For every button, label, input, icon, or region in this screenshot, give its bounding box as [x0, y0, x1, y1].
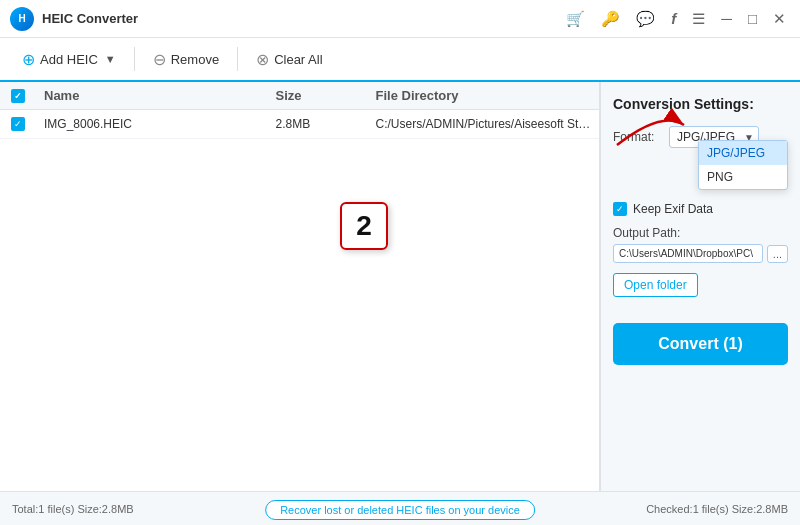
- format-label: Format:: [613, 130, 661, 144]
- row-check[interactable]: ✓: [0, 117, 36, 131]
- key-icon[interactable]: 🔑: [597, 8, 624, 30]
- settings-panel: Conversion Settings: Format: JPG/JPEG PN…: [600, 82, 800, 491]
- name-header: Name: [36, 88, 268, 103]
- open-folder-button[interactable]: Open folder: [613, 273, 698, 297]
- directory-header: File Directory: [368, 88, 600, 103]
- row-checkbox[interactable]: ✓: [11, 117, 25, 131]
- toolbar-divider: [134, 47, 135, 71]
- menu-icon[interactable]: ☰: [688, 8, 709, 30]
- clear-icon: ⊗: [256, 50, 269, 69]
- table-body: ✓ IMG_8006.HEIC 2.8MB C:/Users/ADMIN/Pic…: [0, 110, 599, 491]
- title-bar-controls: 🛒 🔑 💬 f ☰ ─ □ ✕: [562, 8, 790, 30]
- main-area: ✓ Name Size File Directory ✓ IMG_8006.HE…: [0, 82, 800, 491]
- file-name: IMG_8006.HEIC: [36, 117, 268, 131]
- output-path-row: Output Path: C:\Users\ADMIN\Dropbox\PC\ …: [613, 226, 788, 263]
- cart-icon[interactable]: 🛒: [562, 8, 589, 30]
- file-directory: C:/Users/ADMIN/Pictures/Aiseesoft Studio…: [368, 117, 600, 131]
- clear-all-button[interactable]: ⊗ Clear All: [246, 45, 332, 74]
- step-badge: 2: [340, 202, 388, 250]
- keep-exif-row: ✓ Keep Exif Data: [613, 202, 788, 216]
- app-logo: H: [10, 7, 34, 31]
- toolbar-divider-2: [237, 47, 238, 71]
- recover-link[interactable]: Recover lost or deleted HEIC files on yo…: [265, 500, 535, 520]
- dropdown-option-png[interactable]: PNG: [699, 165, 787, 189]
- add-icon: ⊕: [22, 50, 35, 69]
- select-all-checkbox[interactable]: ✓: [11, 89, 25, 103]
- remove-button[interactable]: ⊖ Remove: [143, 45, 229, 74]
- close-icon[interactable]: ✕: [769, 8, 790, 30]
- table-header: ✓ Name Size File Directory: [0, 82, 599, 110]
- format-dropdown-open: JPG/JPEG PNG: [698, 140, 788, 190]
- toolbar: ⊕ Add HEIC ▼ ⊖ Remove ⊗ Clear All: [0, 38, 800, 82]
- output-path-label: Output Path:: [613, 226, 788, 240]
- add-dropdown-arrow: ▼: [105, 53, 116, 65]
- status-right: Checked:1 file(s) Size:2.8MB: [646, 503, 788, 515]
- minimize-icon[interactable]: ─: [717, 8, 736, 29]
- keep-exif-label: Keep Exif Data: [633, 202, 713, 216]
- facebook-icon[interactable]: f: [667, 8, 680, 29]
- file-size: 2.8MB: [268, 117, 368, 131]
- convert-button[interactable]: Convert (1): [613, 323, 788, 365]
- title-bar: H HEIC Converter 🛒 🔑 💬 f ☰ ─ □ ✕: [0, 0, 800, 38]
- remove-icon: ⊖: [153, 50, 166, 69]
- dropdown-option-jpg[interactable]: JPG/JPEG: [699, 141, 787, 165]
- output-path-input-row: C:\Users\ADMIN\Dropbox\PC\ ...: [613, 244, 788, 263]
- table-row: ✓ IMG_8006.HEIC 2.8MB C:/Users/ADMIN/Pic…: [0, 110, 599, 139]
- size-header: Size: [268, 88, 368, 103]
- header-check: ✓: [0, 89, 36, 103]
- chat-icon[interactable]: 💬: [632, 8, 659, 30]
- browse-button[interactable]: ...: [767, 245, 788, 263]
- settings-title: Conversion Settings:: [613, 96, 788, 112]
- add-heic-button[interactable]: ⊕ Add HEIC ▼: [12, 45, 126, 74]
- output-path-input[interactable]: C:\Users\ADMIN\Dropbox\PC\: [613, 244, 763, 263]
- bottom-bar: Total:1 file(s) Size:2.8MB Recover lost …: [0, 491, 800, 525]
- app-title: HEIC Converter: [42, 11, 562, 26]
- status-left: Total:1 file(s) Size:2.8MB: [12, 503, 134, 515]
- maximize-icon[interactable]: □: [744, 8, 761, 29]
- keep-exif-checkbox[interactable]: ✓: [613, 202, 627, 216]
- file-panel: ✓ Name Size File Directory ✓ IMG_8006.HE…: [0, 82, 600, 491]
